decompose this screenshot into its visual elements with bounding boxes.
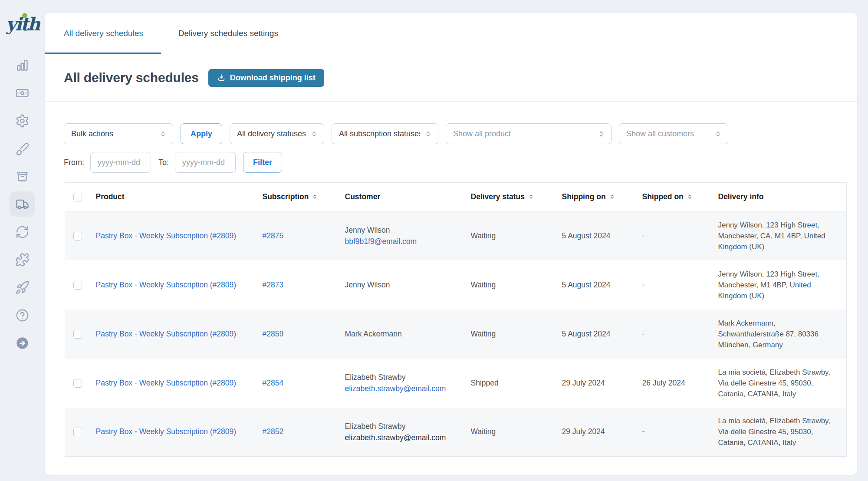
sidebar-item-settings[interactable] bbox=[0, 107, 45, 135]
customer-name: Elizabeth Strawby bbox=[345, 421, 465, 432]
delivery-status: Shipped bbox=[471, 379, 499, 387]
banknote-icon bbox=[15, 86, 30, 100]
delivery-status: Waiting bbox=[471, 231, 496, 240]
sidebar-item-customization[interactable] bbox=[0, 135, 45, 162]
sidebar-item-subscriptions[interactable] bbox=[0, 218, 45, 246]
subscription-link[interactable]: #2852 bbox=[263, 427, 284, 436]
shipped-on-date: - bbox=[642, 231, 645, 240]
product-filter-select[interactable]: Show all product bbox=[446, 123, 612, 144]
sort-icon[interactable] bbox=[687, 194, 693, 200]
main-panel: All delivery schedules Delivery schedule… bbox=[45, 13, 857, 475]
from-label: From: bbox=[64, 158, 84, 167]
product-link[interactable]: Pastry Box - Weekly Subscription (#2809) bbox=[96, 329, 237, 338]
product-link[interactable]: Pastry Box - Weekly Subscription (#2809) bbox=[96, 280, 237, 289]
shipping-on-date: 29 July 2024 bbox=[562, 379, 605, 387]
page-title: All delivery schedules bbox=[64, 70, 199, 85]
delivery-statuses-select[interactable]: All delivery statuses bbox=[230, 123, 324, 144]
table-row: Pastry Box - Weekly Subscription (#2809)… bbox=[65, 310, 847, 359]
column-header-shipped-on-sort[interactable]: Shipped on bbox=[636, 183, 712, 211]
shipping-on-date: 5 August 2024 bbox=[562, 329, 611, 338]
sidebar-item-collapse[interactable] bbox=[0, 329, 45, 357]
select-all-checkbox[interactable] bbox=[73, 193, 82, 201]
chevron-up-down-icon bbox=[159, 130, 167, 138]
row-checkbox[interactable] bbox=[73, 232, 82, 240]
customer-name: Elizabeth Strawby bbox=[345, 372, 465, 382]
sort-icon[interactable] bbox=[312, 194, 318, 200]
tab-label: Delivery schedules settings bbox=[178, 29, 278, 38]
column-header-shipped-on: Shipped on bbox=[642, 192, 684, 201]
subscription-link[interactable]: #2859 bbox=[263, 329, 284, 338]
row-checkbox[interactable] bbox=[73, 330, 82, 339]
sidebar-item-delivery-schedules[interactable] bbox=[0, 190, 45, 218]
download-shipping-list-button[interactable]: Download shipping list bbox=[208, 69, 324, 87]
shipped-on-date: 26 July 2024 bbox=[642, 379, 685, 387]
filter-button[interactable]: Filter bbox=[243, 152, 282, 173]
schedules-table-wrap: Product Subscription Customer Delivery s… bbox=[65, 182, 846, 457]
sidebar-item-modules[interactable] bbox=[0, 246, 45, 273]
subscription-link[interactable]: #2873 bbox=[263, 280, 284, 289]
product-link[interactable]: Pastry Box - Weekly Subscription (#2809) bbox=[96, 427, 237, 436]
delivery-info: La mia società, Elizabeth Strawby, Via d… bbox=[718, 368, 831, 398]
customer-name: Jenny Wilson bbox=[345, 280, 465, 290]
from-date-input[interactable] bbox=[90, 152, 151, 173]
help-icon bbox=[15, 308, 30, 323]
table-row: Pastry Box - Weekly Subscription (#2809)… bbox=[65, 260, 847, 310]
column-header-delivery-status-sort[interactable]: Delivery status bbox=[465, 183, 556, 211]
table-header-row: Product Subscription Customer Delivery s… bbox=[65, 183, 847, 211]
product-link[interactable]: Pastry Box - Weekly Subscription (#2809) bbox=[96, 231, 237, 240]
column-header-delivery-info: Delivery info bbox=[718, 192, 764, 201]
product-link[interactable]: Pastry Box - Weekly Subscription (#2809) bbox=[96, 379, 237, 387]
table-row: Pastry Box - Weekly Subscription (#2809)… bbox=[65, 408, 847, 457]
subscription-link[interactable]: #2854 bbox=[263, 379, 284, 387]
bar-chart-icon bbox=[15, 58, 30, 72]
sidebar-item-dashboard[interactable] bbox=[0, 51, 45, 79]
shipped-on-date: - bbox=[642, 427, 645, 436]
row-checkbox[interactable] bbox=[73, 428, 82, 436]
archive-box-icon bbox=[15, 169, 30, 184]
delivery-statuses-value: All delivery statuses bbox=[237, 129, 306, 138]
page-header: All delivery schedules Download shipping… bbox=[45, 54, 857, 102]
row-checkbox[interactable] bbox=[73, 379, 82, 388]
sort-icon[interactable] bbox=[609, 194, 615, 200]
chevron-up-down-icon bbox=[597, 130, 605, 138]
bulk-actions-value: Bulk actions bbox=[71, 129, 113, 138]
shipping-on-date: 5 August 2024 bbox=[562, 280, 611, 289]
table-row: Pastry Box - Weekly Subscription (#2809)… bbox=[65, 211, 847, 260]
column-header-subscription-sort[interactable]: Subscription bbox=[256, 183, 339, 211]
delivery-info: Mark Ackermann, Schwanthalerstraße 87, 8… bbox=[718, 319, 819, 349]
sort-icon[interactable] bbox=[528, 194, 534, 200]
column-header-product: Product bbox=[96, 192, 125, 201]
customer-email-link[interactable]: elizabeth.strawby@email.com bbox=[345, 383, 465, 394]
tab-all-delivery-schedules[interactable]: All delivery schedules bbox=[45, 13, 161, 54]
filters-row-2: From: To: Filter bbox=[64, 152, 857, 173]
product-filter-value: Show all product bbox=[453, 129, 511, 138]
to-date-input[interactable] bbox=[175, 152, 236, 173]
customer-filter-select[interactable]: Show all customers bbox=[619, 123, 728, 144]
customer-email[interactable]: elizabeth.strawby@email.com bbox=[345, 432, 465, 443]
delivery-info: Jenny Wilson, 123 High Street, Mancheste… bbox=[718, 270, 819, 300]
bulk-actions-select[interactable]: Bulk actions bbox=[64, 123, 173, 144]
sidebar: yith bbox=[0, 0, 45, 481]
subscription-link[interactable]: #2875 bbox=[263, 231, 284, 240]
rocket-icon bbox=[15, 280, 30, 295]
chevron-up-down-icon bbox=[310, 130, 318, 138]
sidebar-item-help[interactable] bbox=[0, 301, 45, 329]
apply-button[interactable]: Apply bbox=[181, 123, 222, 144]
chevron-up-down-icon bbox=[424, 130, 432, 138]
customer-email-link[interactable]: bbf9b1f9@email.com bbox=[345, 236, 465, 247]
customer-filter-value: Show all customers bbox=[626, 129, 694, 138]
tab-delivery-schedules-settings[interactable]: Delivery schedules settings bbox=[161, 13, 296, 54]
subscription-statuses-select[interactable]: All subscription statuses bbox=[332, 123, 438, 144]
column-header-shipping-on-sort[interactable]: Shipping on bbox=[556, 183, 636, 211]
filters-section: Bulk actions Apply All delivery statuses… bbox=[45, 102, 857, 173]
shipped-on-date: - bbox=[642, 329, 645, 338]
delivery-schedules-page: { "brand": { "logo_text": "yith", "accen… bbox=[0, 0, 868, 481]
sidebar-item-upgrade[interactable] bbox=[0, 273, 45, 301]
sidebar-item-payments[interactable] bbox=[0, 79, 45, 107]
row-checkbox[interactable] bbox=[73, 281, 82, 290]
yith-logo: yith bbox=[6, 11, 41, 37]
tab-bar: All delivery schedules Delivery schedule… bbox=[45, 13, 857, 54]
sidebar-item-products[interactable] bbox=[0, 162, 45, 190]
delivery-info: Jenny Wilson, 123 High Street, Mancheste… bbox=[718, 221, 825, 251]
yith-logo-dot bbox=[22, 13, 27, 18]
